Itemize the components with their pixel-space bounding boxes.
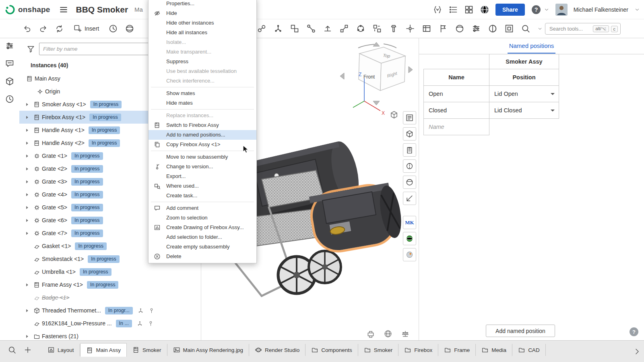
position-select-dropdown[interactable]: Lid Closed	[489, 102, 559, 119]
display-states-icon[interactable]	[488, 24, 497, 33]
circular-pattern-icon[interactable]	[356, 24, 365, 33]
menu-item-suppress[interactable]: Suppress	[149, 57, 256, 66]
rail-configurations-icon[interactable]	[5, 41, 14, 51]
menu-item-create-drawing-of-firebox-assy[interactable]: Create Drawing of Firebox Assy...	[149, 223, 256, 232]
tab-components-5[interactable]: Components	[305, 344, 358, 356]
flyout-clipboard-button[interactable]	[403, 143, 416, 157]
panel-help-icon[interactable]: ?	[630, 327, 638, 336]
tab-cad-10[interactable]: CAD	[512, 344, 546, 356]
tab-smoker-6[interactable]: Smoker	[358, 344, 399, 356]
outline-list-icon[interactable]	[448, 5, 458, 14]
flyout-appearance-color-button[interactable]	[403, 176, 416, 189]
instance-row-umbrella-1[interactable]: Umbrella <1>In progress	[19, 265, 201, 278]
new-position-name-cell[interactable]	[423, 118, 489, 135]
menu-item-delete[interactable]: Delete	[149, 252, 256, 261]
search-tools-box[interactable]: Search tools... alt/⌥ c	[545, 23, 621, 35]
frame-icon[interactable]	[504, 24, 514, 33]
tab-layout[interactable]: Layout	[42, 344, 80, 356]
expand-chevron-icon[interactable]	[22, 127, 32, 133]
menu-item-add-comment[interactable]: Add comment	[149, 203, 256, 213]
view-options-cube-icon[interactable]	[390, 110, 398, 119]
user-avatar[interactable]	[555, 4, 568, 16]
sync-icon[interactable]	[55, 24, 64, 33]
undo-icon[interactable]	[23, 24, 32, 33]
position-name-cell[interactable]: Open	[423, 85, 489, 102]
position-name-cell[interactable]: Closed	[423, 102, 489, 119]
history-icon[interactable]	[108, 24, 118, 33]
redo-icon[interactable]	[39, 24, 48, 33]
linear-pattern-icon[interactable]	[339, 24, 349, 33]
tab-main-assy[interactable]: Main Assy	[80, 343, 127, 357]
menu-item-create-task[interactable]: Create task...	[149, 191, 256, 201]
bom-icon[interactable]	[422, 24, 431, 33]
measure-caret-icon[interactable]	[537, 26, 543, 31]
instance-row-fasteners-21[interactable]: Fasteners (21)	[19, 330, 201, 340]
instance-row-threaded-thermomet[interactable]: Threaded Thermomet...In progr...	[19, 304, 201, 317]
menu-item-add-to-named-positions[interactable]: Add to named positions...	[149, 130, 256, 140]
mate-icon[interactable]	[257, 24, 266, 33]
flyout-measure-square-button[interactable]	[403, 192, 416, 205]
menu-item-replace-instances[interactable]: Replace instances...	[149, 111, 256, 120]
menu-item-hide-mates[interactable]: Hide mates	[149, 98, 256, 108]
hamburger-menu-icon[interactable]	[59, 5, 68, 14]
menu-item-copy-firebox-assy-1[interactable]: Copy Firebox Assy <1>	[149, 140, 256, 149]
tabs-scroll-right-icon[interactable]	[633, 347, 642, 356]
menu-item-make-transparent[interactable]: Make transparent...	[149, 47, 256, 57]
named-positions-icon[interactable]	[438, 24, 448, 33]
expand-chevron-icon[interactable]	[22, 101, 32, 108]
help-icon[interactable]: ?	[531, 4, 541, 15]
menu-item-hide[interactable]: Hide	[149, 8, 256, 18]
menu-item-hide-other-instances[interactable]: Hide other instances	[149, 18, 256, 28]
standard-content-icon[interactable]	[389, 24, 398, 33]
menu-item-use-best-available-tessellation[interactable]: Use best available tessellation	[149, 66, 256, 76]
expand-chevron-icon[interactable]	[22, 333, 32, 339]
rail-comments-icon[interactable]	[5, 59, 14, 68]
insert-button[interactable]: Insert	[71, 23, 101, 35]
onshape-logo[interactable]: onshape	[5, 4, 50, 15]
expand-chevron-icon[interactable]	[22, 308, 32, 314]
expand-chevron-icon[interactable]	[22, 114, 32, 120]
measure-icon[interactable]	[521, 24, 530, 33]
tab-media-9[interactable]: Media	[476, 344, 512, 356]
expand-chevron-icon[interactable]	[22, 205, 32, 211]
menu-item-hide-all-instances[interactable]: Hide all instances	[149, 28, 256, 37]
menu-item-move-to-new-subassembly[interactable]: Move to new subassembly	[149, 152, 256, 162]
expand-chevron-icon[interactable]	[22, 153, 32, 159]
apps-grid-icon[interactable]	[464, 5, 474, 14]
expand-chevron-icon[interactable]	[22, 192, 32, 198]
flyout-app-gray-button[interactable]	[403, 248, 416, 261]
flyout-part-button[interactable]	[403, 127, 416, 141]
instance-row-9162k184-low-pressure[interactable]: 9162K184_Low-Pressure ...In ...	[19, 317, 201, 330]
mate-connector-icon[interactable]	[273, 24, 283, 33]
scale-icon[interactable]	[401, 329, 410, 338]
menu-item-where-used[interactable]: Where used...	[149, 181, 256, 191]
menu-item-add-selection-to-folder[interactable]: Add selection to folder...	[149, 232, 256, 242]
flyout-app-mk-button[interactable]: MK	[403, 216, 416, 229]
menu-item-show-mates[interactable]: Show mates	[149, 89, 256, 98]
tab-main-assy-rendering-jpg[interactable]: Main Assy Rendering.jpg	[167, 344, 249, 356]
help-caret-icon[interactable]	[544, 7, 549, 12]
rail-parts-icon[interactable]	[5, 77, 14, 86]
plotter-icon[interactable]	[366, 329, 375, 338]
menu-item-check-interference[interactable]: Check interference...	[149, 76, 256, 86]
menu-item-export[interactable]: Export...	[149, 172, 256, 181]
group-icon[interactable]	[290, 24, 299, 33]
material-sphere-icon[interactable]	[125, 24, 134, 33]
new-position-name-input[interactable]	[429, 119, 484, 135]
appearance-icon[interactable]	[455, 24, 464, 33]
relation-icon[interactable]	[306, 24, 316, 33]
instance-row-frame-assy-1[interactable]: Frame Assy <1>In progress	[19, 278, 201, 291]
flyout-section-button[interactable]	[403, 159, 416, 173]
view-cube[interactable]: Top Front Right Z X	[336, 41, 417, 118]
filter-funnel-icon[interactable]	[27, 45, 35, 53]
snap-mode-icon[interactable]	[323, 24, 332, 33]
tab-smoker[interactable]: Smoker	[127, 344, 167, 356]
wheel-right[interactable]	[309, 251, 341, 283]
expand-chevron-icon[interactable]	[22, 179, 32, 185]
configurations-icon[interactable]	[471, 24, 481, 33]
menu-item-change-to-version[interactable]: Change to version...	[149, 162, 256, 172]
new-tab-button[interactable]	[23, 345, 32, 354]
share-button[interactable]: Share	[495, 4, 525, 16]
add-named-position-button[interactable]: Add named position	[486, 325, 555, 337]
menu-item-create-empty-subassembly[interactable]: Create empty subassembly	[149, 242, 256, 252]
